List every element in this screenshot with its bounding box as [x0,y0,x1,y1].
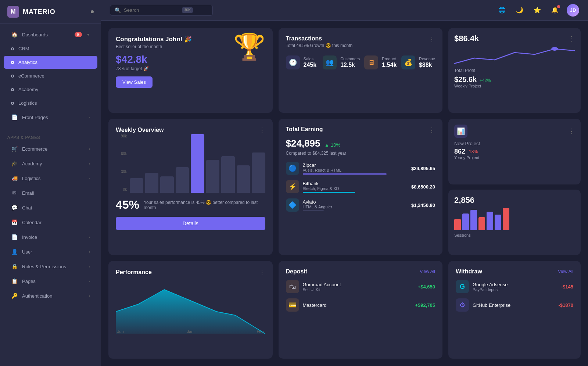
sidebar-item-calendar[interactable]: 📅 Calendar [4,215,97,229]
content-grid: Congratulations John! 🎉 Best seller of t… [101,21,588,366]
withdraw-list: G Google Adsense PayPal deposit -$145 ⚙ … [456,280,573,312]
front-pages-label: Front Pages [22,115,85,120]
s-bar [503,208,509,230]
withdraw-header: Withdraw View All [456,268,573,275]
trans-sales-info: Sales 245k [304,57,317,68]
sidebar-item-logistics[interactable]: Logistics [4,97,97,110]
crm-label: CRM [18,46,90,51]
notifications-button[interactable]: 🔔 [549,4,561,16]
sidebar-item-auth[interactable]: 🔑 Authentication › [4,289,97,303]
search-box[interactable]: 🔍 ⌘K [110,5,213,16]
trans-customers-info: Customers 12.5k [340,57,360,68]
logistics-label: Logistics [18,100,90,106]
zipcar-sub: Vuejs, React & HTML [303,168,408,172]
customers-value: 12.5k [340,62,360,68]
deposit-view-all[interactable]: View All [420,269,435,274]
profit-sparkline [454,43,575,65]
sidebar-item-ecommerce-app[interactable]: 🛒 Ecommerce › [4,142,97,156]
mastercard-value: +$92,705 [415,302,435,308]
home-icon: 🏠 [11,31,18,38]
transactions-header-left: Transactions Total 48.5% Growth 😎 this m… [286,35,353,48]
sales-label: Sales [304,57,317,61]
withdraw-item-google: G Google Adsense PayPal deposit -$145 [456,280,573,293]
google-name: Google Adsense [473,282,557,287]
sidebar-item-front-pages[interactable]: 📄 Front Pages › [4,110,97,124]
email-icon: ✉ [11,190,18,196]
trans-item-product: 🖥 Product 1.54k [364,55,397,69]
right-top-area: $86.4k ⋮ Total Profit $25.6k +42% Weekly… [448,28,581,113]
perf-menu[interactable]: ⋮ [259,268,265,276]
sidebar-item-analytics[interactable]: Analytics [4,56,97,69]
zipcar-bar [303,173,387,175]
sidebar-item-logistics-app[interactable]: 🚚 Logistics › [4,171,97,185]
s-bar [495,215,501,230]
bar [252,152,265,193]
zipcar-value: $24,895.65 [411,166,435,171]
new-project-menu[interactable]: ⋮ [568,127,575,135]
gumroad-sub: Sell UI Kit [303,287,414,292]
sidebar-item-ecommerce[interactable]: eCommerce [4,69,97,82]
mastercard-info: Mastercard [303,302,412,308]
new-project-header: 📊 ⋮ [454,125,575,138]
favorites-button[interactable]: ⭐ [531,4,543,16]
new-project-card: 📊 ⋮ New Project 862 -18% Yearly Project [448,119,581,184]
sessions-label: Sessions [454,233,575,237]
sidebar-item-academy-app[interactable]: 🎓 Academy › [4,157,97,171]
search-input[interactable] [124,7,179,13]
sidebar-item-chat[interactable]: 💬 Chat [4,201,97,215]
sidebar-item-crm[interactable]: CRM [4,42,97,55]
details-button[interactable]: Details [116,217,265,230]
user-label: User [22,249,85,255]
dashboards-section: 🏠 Dashboards 5 ▼ CRM Analytics eCommerce… [0,24,101,128]
gumroad-name: Gumroad Account [303,282,414,287]
transactions-title: Transactions [286,35,353,42]
chevron-right-icon4: › [89,176,90,180]
translate-button[interactable]: 🌐 [496,4,508,16]
transactions-menu[interactable]: ⋮ [429,35,435,43]
sidebar-item-academy[interactable]: Academy [4,83,97,96]
sessions-bar-chart [454,208,575,230]
weekly-description: Your sales performance is 45% 😎 better c… [144,200,265,210]
crm-dot [11,47,14,50]
sidebar-item-email[interactable]: ✉ Email [4,186,97,200]
logo-text: MATERIO [23,8,55,16]
sidebar-item-user[interactable]: 👤 User › [4,245,97,259]
avatar[interactable]: JD [567,4,579,17]
trans-item-customers: 👥 Customers 12.5k [323,55,360,69]
earning-menu[interactable]: ⋮ [429,126,435,134]
sidebar-item-invoice[interactable]: 📄 Invoice › [4,230,97,244]
aviato-icon: 🔷 [286,198,299,212]
sidebar-item-roles[interactable]: 🔒 Roles & Permissions › [4,259,97,273]
deposit-item-gumroad: 🛍 Gumroad Account Sell UI Kit +$4,650 [286,280,435,293]
withdraw-view-all[interactable]: View All [558,269,573,274]
earning-amount: $24,895 [286,138,320,149]
gumroad-info: Gumroad Account Sell UI Kit [303,282,414,292]
deposit-item-mastercard: 💳 Mastercard +$92,705 [286,298,435,312]
chevron-right-icon5: › [89,235,90,239]
sidebar-item-pages[interactable]: 📋 Pages › [4,274,97,288]
aviato-info: Aviato HTML & Anguler [303,199,408,211]
weekly-menu[interactable]: ⋮ [259,126,265,134]
logo-dot [91,10,94,13]
pages-icon: 📋 [11,278,18,284]
weekly-overview-card: Weekly Overview ⋮ 90k 60k 30k 0k 45% You… [108,119,273,255]
earning-header: Total Earning ⋮ [286,126,435,134]
ecommerce-label: eCommerce [18,73,90,79]
total-profit-menu[interactable]: ⋮ [568,35,575,43]
dark-mode-button[interactable]: 🌙 [514,4,526,16]
bitbank-icon: ⚡ [286,180,299,193]
google-value: -$145 [561,284,573,290]
s-bar [487,212,493,230]
total-earning-card: Total Earning ⋮ $24,895 ▲ 10% Compared t… [279,119,443,255]
google-adsense-icon: G [456,280,469,293]
gumroad-value: +$4,650 [418,284,435,290]
academy-label: Academy [18,87,90,92]
trans-product-info: Product 1.54k [382,57,397,68]
aviato-bar [303,210,324,211]
view-sales-button[interactable]: View Sales [116,76,153,88]
bar [237,165,250,193]
svg-point-0 [551,47,558,51]
google-sub: PayPal deposit [473,287,557,292]
s-bar [462,214,469,230]
sidebar-item-dashboards[interactable]: 🏠 Dashboards 5 ▼ [4,28,97,42]
